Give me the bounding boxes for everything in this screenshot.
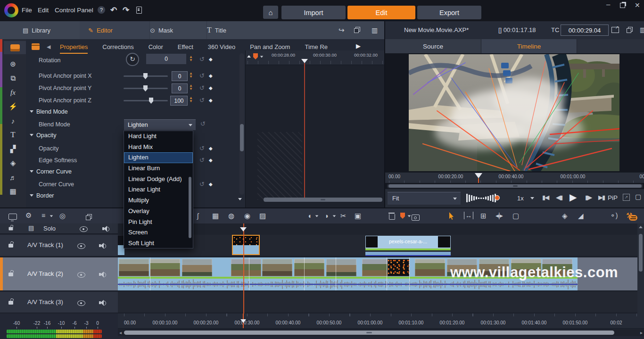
corner-keyframe-icon[interactable]: ◆ (209, 182, 213, 187)
track-list-icon[interactable]: ▤ (28, 224, 34, 232)
tab-mask[interactable]: ⊙ Mask (141, 21, 207, 39)
3d-sphere-icon[interactable]: ◍ (228, 212, 234, 220)
preview-hscrollbar[interactable] (387, 184, 643, 188)
track3-lock-icon[interactable] (8, 301, 13, 305)
blend-option[interactable]: Linear Dodge (Add) (124, 174, 193, 185)
preview-window-icon[interactable] (8, 214, 17, 220)
track2-eye-icon[interactable] (77, 272, 85, 278)
disc-burn2-icon[interactable]: ◉ (244, 212, 250, 220)
burn-disc-icon[interactable]: ◎ (59, 212, 66, 220)
add-marker-arrow[interactable] (408, 215, 411, 217)
select-tool-icon[interactable] (448, 212, 454, 220)
sidebar-item-titles[interactable]: T (0, 128, 26, 142)
corner-reset-icon[interactable]: ↺ (199, 181, 205, 188)
menu-control-panel[interactable]: Control Panel (55, 7, 93, 14)
pivot-z-value[interactable]: 100 (170, 96, 188, 106)
properties-vscrollbar-thumb[interactable] (240, 124, 244, 151)
edit-mode-button[interactable]: Edit (347, 6, 415, 19)
track1-eye-icon[interactable] (77, 243, 85, 249)
opacity-keyframe-icon[interactable]: ◆ (209, 146, 213, 151)
pivot-z-reset-icon[interactable]: ↺ (199, 97, 205, 104)
timeline-playhead-line[interactable] (243, 223, 244, 314)
speed-ramp-icon[interactable]: ◢ (578, 212, 584, 220)
tab-time-remapping[interactable]: Time Re (305, 43, 328, 50)
home-button[interactable]: ⌂ (263, 6, 278, 19)
blend-option[interactable]: Screen (124, 227, 193, 238)
selected-clip-playhead-handle[interactable] (240, 227, 247, 232)
blend-option[interactable]: Hard Mix (124, 142, 193, 153)
pivot-z-stepper[interactable]: ▲▼ (189, 96, 193, 103)
sidebar-item-instant[interactable]: ⚡ (0, 99, 26, 114)
blend-dropdown-scrollbar[interactable] (189, 177, 191, 238)
track1-lock-icon[interactable] (8, 244, 13, 248)
corner-section-collapse-icon[interactable] (30, 170, 33, 173)
rotation-dial-icon[interactable]: ↻ (126, 53, 139, 66)
timeline-hscrollbar[interactable]: ◂ ▸ (118, 329, 644, 336)
menu-edit[interactable]: Edit (38, 7, 49, 14)
timeline-vscrollbar-thumb[interactable] (639, 234, 643, 272)
seamless-transition-icon[interactable]: ʃ (197, 212, 198, 220)
pivot-x-stepper[interactable]: ▲▼ (189, 72, 193, 78)
pivot-x-slider[interactable] (124, 75, 168, 77)
shuttle-jog-control[interactable] (466, 193, 513, 203)
tab-360-video[interactable]: 360 Video (208, 43, 235, 50)
overlay-clip-pexels[interactable]: pexels-cesar-a-... (365, 236, 451, 250)
previous-frame-button[interactable]: ◀▮ (556, 194, 562, 201)
track-manager-arrow[interactable] (50, 215, 53, 217)
pivot-x-keyframe-icon[interactable]: ◆ (209, 73, 213, 78)
border-section-collapse-icon[interactable] (30, 194, 33, 197)
mark-out-icon[interactable]: ◗ (325, 212, 329, 220)
filmstrip-icon[interactable]: ▥ (640, 26, 644, 33)
blend-option[interactable]: Linear Light (124, 184, 193, 195)
next-frame-button[interactable]: ▮▶ (585, 194, 591, 201)
delete-icon[interactable] (389, 214, 395, 220)
opacity-section-collapse-icon[interactable] (30, 134, 33, 136)
transition-mode-icon[interactable]: ◈ (562, 212, 568, 220)
timecode-input[interactable] (561, 25, 609, 36)
ruler-playhead-marker[interactable] (240, 319, 246, 323)
pivot-z-slider[interactable] (124, 100, 168, 101)
menu-file[interactable]: File (22, 7, 32, 14)
pip-button[interactable]: PiP (608, 194, 618, 201)
keyframe-hscrollbar[interactable] (264, 198, 382, 202)
tab-library[interactable]: ▤ Library (14, 21, 88, 39)
mark-in-arrow[interactable] (315, 215, 318, 217)
toolbar-settings-gear-icon[interactable]: ⚙ (25, 211, 32, 220)
keyframe-playhead-line[interactable] (304, 63, 305, 199)
clone-frame-icon[interactable] (627, 27, 633, 33)
timeline-hscrollbar-thumb[interactable] (124, 331, 614, 335)
title-safe-icon[interactable]: ▣ (355, 212, 361, 220)
pivot-x-value[interactable]: 0 (172, 71, 188, 81)
mark-in-icon[interactable]: ◖ (307, 212, 312, 220)
timeline-ruler[interactable]: 00.0000:00:10.0000:00:20.0000:00:30.0000… (118, 314, 644, 329)
audio-ducking-icon[interactable]: ⚬) (610, 212, 618, 219)
tab-title[interactable]: T Title (198, 21, 264, 39)
import-button[interactable]: Import (281, 6, 346, 19)
tab-editor[interactable]: ✎ Editor (80, 21, 150, 39)
split-view-icon[interactable]: ◂|▸ (495, 212, 503, 219)
solo-lock-icon[interactable] (9, 227, 13, 230)
blend-option[interactable]: Lighten (124, 152, 193, 163)
timeline-vscrollbar[interactable] (637, 223, 644, 314)
panel-layout-icon[interactable]: ▥ (372, 26, 378, 34)
blend-reset-icon[interactable]: ↺ (200, 120, 206, 127)
safe-zone-icon[interactable]: ▢ (635, 193, 641, 200)
zoom-to-clip-icon[interactable]: ⊞ (480, 212, 487, 220)
properties-vscrollbar[interactable] (239, 53, 244, 195)
hscroll-right-arrow[interactable]: ▸ (640, 330, 643, 335)
close-icon[interactable]: ✕ (635, 1, 640, 9)
track-header-1[interactable]: A/V Track (1) (0, 235, 118, 256)
redo-icon[interactable]: ↷ (123, 5, 129, 15)
pivot-y-stepper[interactable]: ▲▼ (189, 84, 193, 91)
edge-reset-icon[interactable]: ↺ (199, 157, 205, 164)
play-button[interactable]: ▶ (570, 191, 577, 203)
sidebar-item-keyboard[interactable]: ▦ (0, 184, 26, 198)
tab-effect[interactable]: Effect (178, 43, 193, 50)
pivot-y-value[interactable]: 0 (172, 83, 188, 93)
solo-speaker-icon[interactable] (102, 226, 109, 232)
blend-option[interactable]: Soft Light (124, 238, 193, 249)
properties-scroll-down-icon[interactable] (238, 198, 242, 200)
opacity-reset-icon[interactable]: ↺ (199, 145, 205, 152)
selected-overlay-clip[interactable] (232, 235, 260, 255)
snapshot-icon[interactable] (412, 215, 420, 221)
